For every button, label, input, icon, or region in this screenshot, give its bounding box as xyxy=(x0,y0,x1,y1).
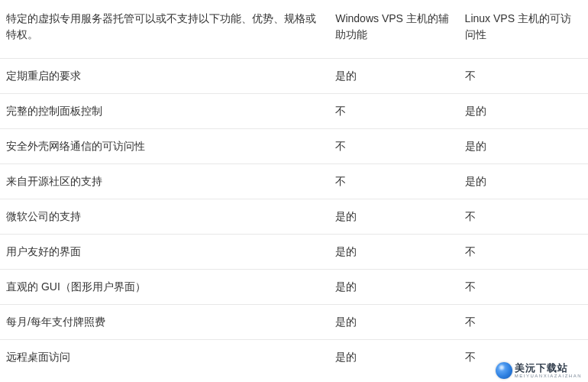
cell-linux: 不 xyxy=(459,270,588,305)
cell-linux: 是的 xyxy=(459,94,588,129)
table-row: 安全外壳网络通信的可访问性 不 是的 xyxy=(0,129,588,164)
comparison-table: 特定的虚拟专用服务器托管可以或不支持以下功能、优势、规格或特权。 Windows… xyxy=(0,0,588,374)
cell-linux: 不 xyxy=(459,199,588,235)
table-row: 直观的 GUI（图形用户界面） 是的 不 xyxy=(0,270,588,305)
cell-windows: 是的 xyxy=(329,59,458,94)
cell-windows: 不 xyxy=(329,94,458,129)
cell-windows: 是的 xyxy=(329,199,458,235)
header-linux: Linux VPS 主机的可访问性 xyxy=(459,0,588,59)
table-row: 每月/每年支付牌照费 是的 不 xyxy=(0,305,588,340)
cell-linux: 是的 xyxy=(459,164,588,199)
cell-feature: 微软公司的支持 xyxy=(0,199,329,235)
cell-feature: 定期重启的要求 xyxy=(0,59,329,94)
cell-feature: 用户友好的界面 xyxy=(0,235,329,270)
cell-linux: 是的 xyxy=(459,129,588,164)
cell-windows: 不 xyxy=(329,129,458,164)
cell-linux: 不 xyxy=(459,235,588,270)
table-row: 远程桌面访问 是的 不 xyxy=(0,340,588,375)
cell-feature: 远程桌面访问 xyxy=(0,340,329,375)
cell-feature: 安全外壳网络通信的可访问性 xyxy=(0,129,329,164)
table-row: 用户友好的界面 是的 不 xyxy=(0,235,588,270)
header-feature: 特定的虚拟专用服务器托管可以或不支持以下功能、优势、规格或特权。 xyxy=(0,0,329,59)
cell-windows: 是的 xyxy=(329,340,458,375)
table-row: 完整的控制面板控制 不 是的 xyxy=(0,94,588,129)
table-row: 微软公司的支持 是的 不 xyxy=(0,199,588,235)
cell-linux: 不 xyxy=(459,305,588,340)
cell-windows: 是的 xyxy=(329,270,458,305)
header-windows: Windows VPS 主机的辅助功能 xyxy=(329,0,458,59)
cell-feature: 完整的控制面板控制 xyxy=(0,94,329,129)
table-row: 来自开源社区的支持 不 是的 xyxy=(0,164,588,199)
cell-linux: 不 xyxy=(459,59,588,94)
cell-feature: 来自开源社区的支持 xyxy=(0,164,329,199)
cell-windows: 是的 xyxy=(329,235,458,270)
cell-feature: 每月/每年支付牌照费 xyxy=(0,305,329,340)
cell-linux: 不 xyxy=(459,340,588,375)
cell-windows: 不 xyxy=(329,164,458,199)
cell-feature: 直观的 GUI（图形用户界面） xyxy=(0,270,329,305)
table-header-row: 特定的虚拟专用服务器托管可以或不支持以下功能、优势、规格或特权。 Windows… xyxy=(0,0,588,59)
table-row: 定期重启的要求 是的 不 xyxy=(0,59,588,94)
cell-windows: 是的 xyxy=(329,305,458,340)
